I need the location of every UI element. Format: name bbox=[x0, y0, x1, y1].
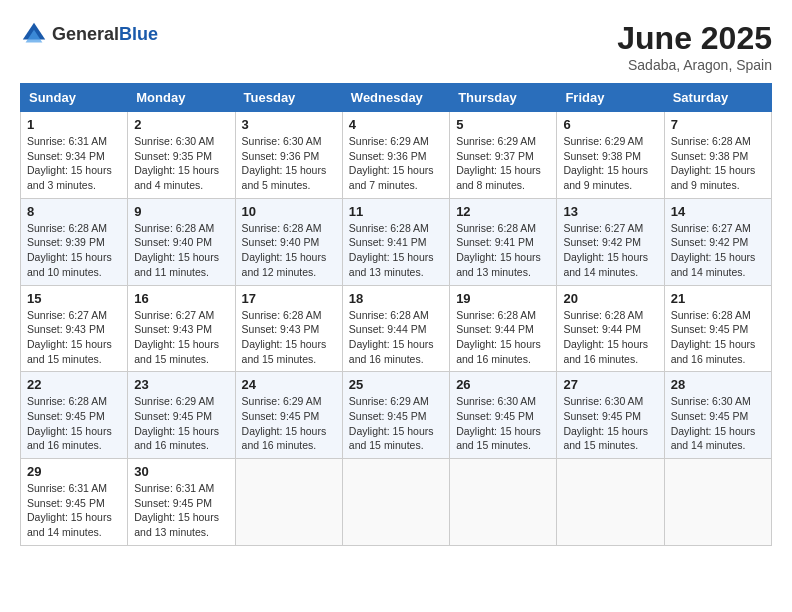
calendar-day-cell: 20 Sunrise: 6:28 AM Sunset: 9:44 PM Dayl… bbox=[557, 285, 664, 372]
day-info: Sunrise: 6:28 AM Sunset: 9:44 PM Dayligh… bbox=[349, 308, 443, 367]
day-info: Sunrise: 6:28 AM Sunset: 9:41 PM Dayligh… bbox=[349, 221, 443, 280]
calendar-day-cell: 5 Sunrise: 6:29 AM Sunset: 9:37 PM Dayli… bbox=[450, 112, 557, 199]
calendar-empty-cell bbox=[557, 459, 664, 546]
day-info: Sunrise: 6:30 AM Sunset: 9:45 PM Dayligh… bbox=[671, 394, 765, 453]
day-number: 9 bbox=[134, 204, 228, 219]
calendar-day-cell: 17 Sunrise: 6:28 AM Sunset: 9:43 PM Dayl… bbox=[235, 285, 342, 372]
col-wednesday: Wednesday bbox=[342, 84, 449, 112]
day-info: Sunrise: 6:30 AM Sunset: 9:36 PM Dayligh… bbox=[242, 134, 336, 193]
calendar-week-row: 15 Sunrise: 6:27 AM Sunset: 9:43 PM Dayl… bbox=[21, 285, 772, 372]
day-info: Sunrise: 6:28 AM Sunset: 9:39 PM Dayligh… bbox=[27, 221, 121, 280]
day-number: 14 bbox=[671, 204, 765, 219]
calendar-day-cell: 15 Sunrise: 6:27 AM Sunset: 9:43 PM Dayl… bbox=[21, 285, 128, 372]
calendar-empty-cell bbox=[664, 459, 771, 546]
day-info: Sunrise: 6:29 AM Sunset: 9:38 PM Dayligh… bbox=[563, 134, 657, 193]
day-info: Sunrise: 6:28 AM Sunset: 9:45 PM Dayligh… bbox=[671, 308, 765, 367]
day-number: 5 bbox=[456, 117, 550, 132]
day-info: Sunrise: 6:27 AM Sunset: 9:43 PM Dayligh… bbox=[27, 308, 121, 367]
calendar-day-cell: 19 Sunrise: 6:28 AM Sunset: 9:44 PM Dayl… bbox=[450, 285, 557, 372]
day-number: 19 bbox=[456, 291, 550, 306]
calendar-day-cell: 22 Sunrise: 6:28 AM Sunset: 9:45 PM Dayl… bbox=[21, 372, 128, 459]
calendar-day-cell: 27 Sunrise: 6:30 AM Sunset: 9:45 PM Dayl… bbox=[557, 372, 664, 459]
day-number: 6 bbox=[563, 117, 657, 132]
calendar-day-cell: 2 Sunrise: 6:30 AM Sunset: 9:35 PM Dayli… bbox=[128, 112, 235, 199]
logo-general-text: General bbox=[52, 24, 119, 44]
day-number: 17 bbox=[242, 291, 336, 306]
day-info: Sunrise: 6:28 AM Sunset: 9:43 PM Dayligh… bbox=[242, 308, 336, 367]
logo: GeneralBlue bbox=[20, 20, 158, 48]
day-info: Sunrise: 6:29 AM Sunset: 9:45 PM Dayligh… bbox=[242, 394, 336, 453]
calendar-day-cell: 18 Sunrise: 6:28 AM Sunset: 9:44 PM Dayl… bbox=[342, 285, 449, 372]
calendar-day-cell: 6 Sunrise: 6:29 AM Sunset: 9:38 PM Dayli… bbox=[557, 112, 664, 199]
day-info: Sunrise: 6:27 AM Sunset: 9:42 PM Dayligh… bbox=[563, 221, 657, 280]
day-number: 1 bbox=[27, 117, 121, 132]
col-sunday: Sunday bbox=[21, 84, 128, 112]
month-title: June 2025 bbox=[617, 20, 772, 57]
day-number: 15 bbox=[27, 291, 121, 306]
day-number: 27 bbox=[563, 377, 657, 392]
day-number: 10 bbox=[242, 204, 336, 219]
col-tuesday: Tuesday bbox=[235, 84, 342, 112]
calendar-week-row: 22 Sunrise: 6:28 AM Sunset: 9:45 PM Dayl… bbox=[21, 372, 772, 459]
calendar-day-cell: 21 Sunrise: 6:28 AM Sunset: 9:45 PM Dayl… bbox=[664, 285, 771, 372]
calendar-table: Sunday Monday Tuesday Wednesday Thursday… bbox=[20, 83, 772, 546]
logo-icon bbox=[20, 20, 48, 48]
day-info: Sunrise: 6:27 AM Sunset: 9:42 PM Dayligh… bbox=[671, 221, 765, 280]
day-info: Sunrise: 6:28 AM Sunset: 9:44 PM Dayligh… bbox=[563, 308, 657, 367]
calendar-empty-cell bbox=[450, 459, 557, 546]
day-info: Sunrise: 6:28 AM Sunset: 9:40 PM Dayligh… bbox=[134, 221, 228, 280]
day-number: 18 bbox=[349, 291, 443, 306]
calendar-day-cell: 29 Sunrise: 6:31 AM Sunset: 9:45 PM Dayl… bbox=[21, 459, 128, 546]
day-number: 26 bbox=[456, 377, 550, 392]
day-number: 4 bbox=[349, 117, 443, 132]
col-thursday: Thursday bbox=[450, 84, 557, 112]
title-block: June 2025 Sadaba, Aragon, Spain bbox=[617, 20, 772, 73]
day-info: Sunrise: 6:31 AM Sunset: 9:34 PM Dayligh… bbox=[27, 134, 121, 193]
calendar-day-cell: 10 Sunrise: 6:28 AM Sunset: 9:40 PM Dayl… bbox=[235, 198, 342, 285]
day-number: 20 bbox=[563, 291, 657, 306]
day-number: 16 bbox=[134, 291, 228, 306]
day-number: 8 bbox=[27, 204, 121, 219]
day-number: 2 bbox=[134, 117, 228, 132]
day-number: 28 bbox=[671, 377, 765, 392]
calendar-day-cell: 7 Sunrise: 6:28 AM Sunset: 9:38 PM Dayli… bbox=[664, 112, 771, 199]
day-number: 13 bbox=[563, 204, 657, 219]
day-number: 21 bbox=[671, 291, 765, 306]
day-info: Sunrise: 6:30 AM Sunset: 9:35 PM Dayligh… bbox=[134, 134, 228, 193]
day-info: Sunrise: 6:28 AM Sunset: 9:44 PM Dayligh… bbox=[456, 308, 550, 367]
day-number: 3 bbox=[242, 117, 336, 132]
day-number: 24 bbox=[242, 377, 336, 392]
day-info: Sunrise: 6:29 AM Sunset: 9:37 PM Dayligh… bbox=[456, 134, 550, 193]
calendar-header-row: Sunday Monday Tuesday Wednesday Thursday… bbox=[21, 84, 772, 112]
calendar-day-cell: 16 Sunrise: 6:27 AM Sunset: 9:43 PM Dayl… bbox=[128, 285, 235, 372]
calendar-week-row: 29 Sunrise: 6:31 AM Sunset: 9:45 PM Dayl… bbox=[21, 459, 772, 546]
day-info: Sunrise: 6:28 AM Sunset: 9:41 PM Dayligh… bbox=[456, 221, 550, 280]
day-number: 30 bbox=[134, 464, 228, 479]
day-info: Sunrise: 6:27 AM Sunset: 9:43 PM Dayligh… bbox=[134, 308, 228, 367]
day-info: Sunrise: 6:30 AM Sunset: 9:45 PM Dayligh… bbox=[456, 394, 550, 453]
calendar-day-cell: 28 Sunrise: 6:30 AM Sunset: 9:45 PM Dayl… bbox=[664, 372, 771, 459]
col-saturday: Saturday bbox=[664, 84, 771, 112]
day-info: Sunrise: 6:31 AM Sunset: 9:45 PM Dayligh… bbox=[27, 481, 121, 540]
day-number: 12 bbox=[456, 204, 550, 219]
day-info: Sunrise: 6:29 AM Sunset: 9:45 PM Dayligh… bbox=[134, 394, 228, 453]
day-info: Sunrise: 6:28 AM Sunset: 9:38 PM Dayligh… bbox=[671, 134, 765, 193]
calendar-day-cell: 23 Sunrise: 6:29 AM Sunset: 9:45 PM Dayl… bbox=[128, 372, 235, 459]
day-number: 25 bbox=[349, 377, 443, 392]
calendar-day-cell: 13 Sunrise: 6:27 AM Sunset: 9:42 PM Dayl… bbox=[557, 198, 664, 285]
calendar-day-cell: 1 Sunrise: 6:31 AM Sunset: 9:34 PM Dayli… bbox=[21, 112, 128, 199]
day-info: Sunrise: 6:29 AM Sunset: 9:36 PM Dayligh… bbox=[349, 134, 443, 193]
calendar-day-cell: 8 Sunrise: 6:28 AM Sunset: 9:39 PM Dayli… bbox=[21, 198, 128, 285]
calendar-day-cell: 25 Sunrise: 6:29 AM Sunset: 9:45 PM Dayl… bbox=[342, 372, 449, 459]
calendar-week-row: 1 Sunrise: 6:31 AM Sunset: 9:34 PM Dayli… bbox=[21, 112, 772, 199]
day-info: Sunrise: 6:30 AM Sunset: 9:45 PM Dayligh… bbox=[563, 394, 657, 453]
calendar-day-cell: 3 Sunrise: 6:30 AM Sunset: 9:36 PM Dayli… bbox=[235, 112, 342, 199]
day-info: Sunrise: 6:29 AM Sunset: 9:45 PM Dayligh… bbox=[349, 394, 443, 453]
calendar-empty-cell bbox=[235, 459, 342, 546]
calendar-day-cell: 14 Sunrise: 6:27 AM Sunset: 9:42 PM Dayl… bbox=[664, 198, 771, 285]
day-number: 22 bbox=[27, 377, 121, 392]
calendar-day-cell: 11 Sunrise: 6:28 AM Sunset: 9:41 PM Dayl… bbox=[342, 198, 449, 285]
calendar-day-cell: 4 Sunrise: 6:29 AM Sunset: 9:36 PM Dayli… bbox=[342, 112, 449, 199]
logo-blue-text: Blue bbox=[119, 24, 158, 44]
col-friday: Friday bbox=[557, 84, 664, 112]
